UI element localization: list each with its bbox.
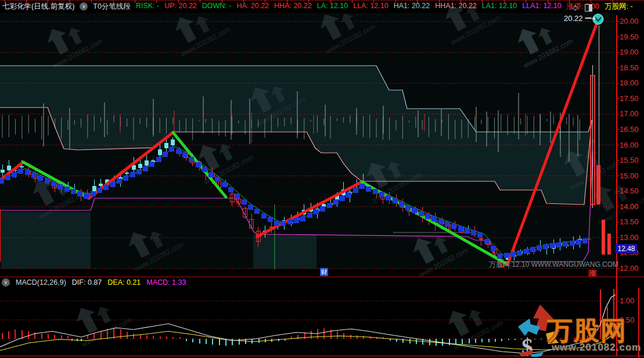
chevron-down-icon[interactable]: ∨: [2, 278, 10, 287]
macd-field: MACD(12,26,9): [16, 278, 66, 287]
header-field: UP: 20.22: [164, 2, 197, 12]
macd-panel-header: ∨ MACD(12,26,9)DIF: 0.87DEA: 0.21MACD: 1…: [0, 278, 186, 287]
zhang-marker-badge: 涨: [588, 270, 597, 277]
header-field: HHA1: 20.22: [435, 2, 477, 12]
header-field: LA1: 12.10: [482, 2, 517, 12]
cai-marker-badge: 财: [320, 268, 328, 276]
header-field: LA: 12.10: [317, 2, 348, 12]
header-field: 万股网: -: [605, 2, 633, 12]
price-axis-label: 19.50: [620, 33, 639, 41]
price-axis-label: 17.00: [620, 109, 639, 118]
price-axis-label: 20.00: [620, 17, 639, 26]
indicator-values: RISK: -UP: 20.22DOWN: -HA: 20.22HHA: 20.…: [136, 2, 633, 12]
low-price-watermark-label: 万股网:12.10 WWW.WANGUWANG.COM: [489, 260, 618, 270]
header-field: 涨停: 0.00: [567, 2, 599, 12]
peak-price-label: 20.22 ⟶: [564, 14, 596, 23]
site-logo: $ 万股网 www.201082.com: [510, 301, 642, 357]
macd-values: MACD(12,26,9)DIF: 0.87DEA: 0.21MACD: 1.3…: [16, 278, 186, 287]
diamond-icon[interactable]: ◇: [573, 3, 578, 12]
logo-url: www.201082.com: [552, 342, 641, 353]
header-field: LLA1: 12.10: [522, 2, 561, 12]
price-axis-label: 19.00: [620, 48, 639, 56]
header-field: LLA: 12.10: [353, 2, 388, 12]
channel-patch: [253, 234, 316, 268]
price-axis-label: 13.50: [620, 217, 639, 226]
stock-title: 七彩化学(日线.前复权): [2, 2, 74, 12]
chevron-down-icon[interactable]: ∨: [80, 2, 88, 10]
price-axis-label: 15.00: [620, 171, 639, 180]
macd-field: MACD: 1.33: [146, 278, 186, 287]
trading-app-window: www.201082.comwww.201082.comwww.201082.c…: [0, 0, 644, 358]
header-field: HHA: 20.22: [274, 2, 312, 12]
indicator-name[interactable]: T0分笔线段: [93, 2, 131, 12]
channel-patch: [1, 212, 91, 268]
price-axis-label: 16.00: [620, 141, 639, 149]
header-field: DOWN: -: [202, 2, 232, 12]
price-axis-label: 15.50: [620, 156, 639, 164]
header-field: RISK: -: [136, 2, 159, 12]
macd-field: DEA: 0.21: [107, 278, 141, 287]
price-axis-label: 13.00: [620, 233, 639, 242]
layout-split-icon[interactable]: [585, 4, 592, 12]
price-axis-label: 14.00: [620, 202, 639, 211]
price-axis-label: 16.50: [620, 125, 639, 134]
price-axis-label: 17.50: [620, 94, 639, 103]
header-field: HA: 20.22: [236, 2, 269, 12]
price-axis-label: 18.50: [620, 63, 639, 72]
header-field: HA1: 20.22: [394, 2, 430, 12]
price-axis-label: 14.50: [620, 187, 639, 195]
macd-field: DIF: 0.87: [72, 278, 102, 287]
main-chart-header: 七彩化学(日线.前复权) ∨ T0分笔线段 RISK: -UP: 20.22DO…: [0, 0, 618, 13]
price-axis-label: 18.00: [620, 78, 639, 87]
price-marker-badge: 12.48: [616, 244, 637, 253]
price-axis-label: 12.00: [620, 264, 639, 273]
